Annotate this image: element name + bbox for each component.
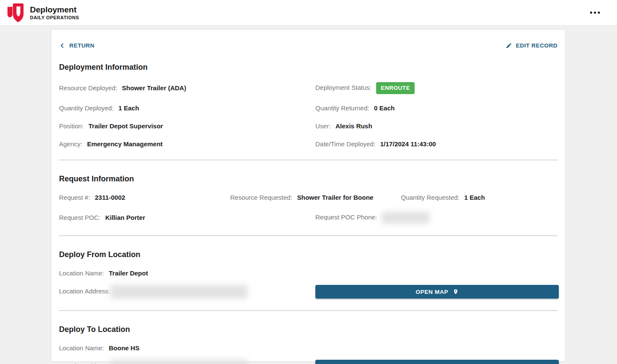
pencil-icon (506, 42, 512, 49)
app-header: Deployment DAILY OPERATIONS (0, 0, 617, 26)
field-row: Location Name: Boone HS (59, 344, 558, 352)
field-value: Killian Porter (105, 214, 145, 221)
field-row: Request POC: Killian Porter Request POC … (59, 212, 558, 224)
field-label: Location Address: (59, 362, 110, 364)
field-row: Quantity Deployed: 1 Each Quantity Retur… (59, 104, 558, 112)
field-from-location-name: Location Name: Trailer Depot (59, 269, 315, 277)
deployment-record-card: RETURN EDIT RECORD Deployment Informatio… (51, 29, 566, 362)
section-title-deployment-information: Deployment Information (59, 63, 558, 72)
field-value: 0 Each (374, 104, 395, 112)
field-value: Trailer Depot (109, 269, 148, 277)
field-label: Quantity Requested: (401, 194, 460, 201)
edit-record-label: EDIT RECORD (516, 42, 558, 49)
section-title-deploy-to: Deploy To Location (59, 325, 558, 334)
edit-record-button[interactable]: EDIT RECORD (506, 42, 558, 49)
field-value: Alexis Rush (335, 122, 372, 130)
field-label: Location Name: (59, 344, 104, 352)
field-value: Emergency Management (87, 140, 163, 148)
field-value: Trailer Depot Supervisor (89, 122, 163, 130)
field-quantity-requested: Quantity Requested: 1 Each (401, 194, 558, 201)
field-row: Request #: 2311-0002 Resource Requested:… (59, 194, 558, 201)
field-label: Date/Time Deployed: (315, 140, 375, 148)
section-title-deploy-from: Deploy From Location (59, 250, 558, 259)
status-badge: ENROUTE (376, 82, 415, 94)
field-value: Boone HS (109, 344, 139, 352)
field-request-poc: Request POC: Killian Porter (59, 214, 315, 222)
field-value: 1/17/2024 11:43:00 (380, 140, 436, 148)
field-label: User: (315, 122, 331, 130)
location-pin-icon (453, 288, 459, 295)
field-deployment-status: Deployment Status: ENROUTE (315, 82, 558, 94)
field-row: Resource Deployed: Shower Trailer (ADA) … (59, 82, 558, 94)
field-request-poc-phone: Request POC Phone: (315, 212, 558, 224)
field-label: Quantity Returned: (315, 104, 369, 112)
field-label: Request POC Phone: (315, 213, 377, 221)
field-label: Agency: (59, 140, 82, 148)
section-title-request-information: Request Information (59, 175, 558, 183)
app-subtitle: DAILY OPERATIONS (30, 15, 79, 20)
open-map-label: OPEN MAP (415, 289, 448, 295)
field-label: Resource Requested: (230, 194, 292, 201)
field-quantity-deployed: Quantity Deployed: 1 Each (59, 104, 315, 112)
return-label: RETURN (69, 42, 95, 49)
field-user: User: Alexis Rush (315, 122, 558, 130)
field-label: Location Name: (59, 269, 104, 277)
field-agency: Agency: Emergency Management (59, 140, 315, 148)
open-map-button-from[interactable]: OPEN MAP (315, 285, 559, 299)
field-label: Resource Deployed: (59, 84, 117, 92)
field-datetime-deployed: Date/Time Deployed: 1/17/2024 11:43:00 (315, 140, 558, 148)
field-position: Position: Trailer Depot Supervisor (59, 122, 315, 130)
redacted-address-value (110, 360, 247, 364)
address-row: Location Address: OPEN MAP (59, 285, 558, 299)
chevron-left-icon (59, 42, 65, 49)
field-value: Shower Trailer (ADA) (122, 84, 186, 92)
address-row: Location Address: OPEN MAP (59, 360, 558, 364)
field-label: Request #: (59, 194, 90, 201)
juvare-logo-icon (7, 3, 24, 23)
redacted-phone-value (382, 212, 430, 224)
field-value: 2311-0002 (95, 194, 125, 201)
field-row: Position: Trailer Depot Supervisor User:… (59, 122, 558, 130)
field-label: Location Address: (59, 287, 110, 295)
redacted-address-value (110, 285, 247, 299)
field-value: 1 Each (119, 104, 139, 112)
field-resource-requested: Resource Requested: Shower Trailer for B… (230, 194, 401, 201)
card-toolbar: RETURN EDIT RECORD (59, 30, 558, 49)
section-divider (59, 235, 558, 236)
field-to-location-name: Location Name: Boone HS (59, 344, 315, 352)
open-map-button-to[interactable]: OPEN MAP (315, 360, 559, 364)
field-to-location-address: Location Address: (59, 360, 315, 364)
field-label: Quantity Deployed: (59, 104, 114, 112)
section-divider (59, 160, 558, 160)
field-label: Request POC: (59, 214, 101, 221)
field-value: 1 Each (464, 194, 485, 201)
ellipsis-menu-icon[interactable] (587, 9, 602, 16)
field-request-number: Request #: 2311-0002 (59, 194, 230, 201)
field-quantity-returned: Quantity Returned: 0 Each (315, 104, 558, 112)
field-value: Shower Trailer for Boone (297, 194, 373, 201)
app-title: Deployment (30, 5, 79, 15)
field-from-location-address: Location Address: (59, 285, 315, 299)
field-row: Agency: Emergency Management Date/Time D… (59, 140, 558, 148)
return-button[interactable]: RETURN (59, 42, 95, 49)
field-row: Location Name: Trailer Depot (59, 269, 558, 277)
section-divider (59, 310, 558, 311)
field-label: Deployment Status: (315, 84, 371, 91)
field-resource-deployed: Resource Deployed: Shower Trailer (ADA) (59, 84, 315, 92)
brand-text: Deployment DAILY OPERATIONS (30, 5, 79, 21)
field-label: Position: (59, 122, 84, 130)
